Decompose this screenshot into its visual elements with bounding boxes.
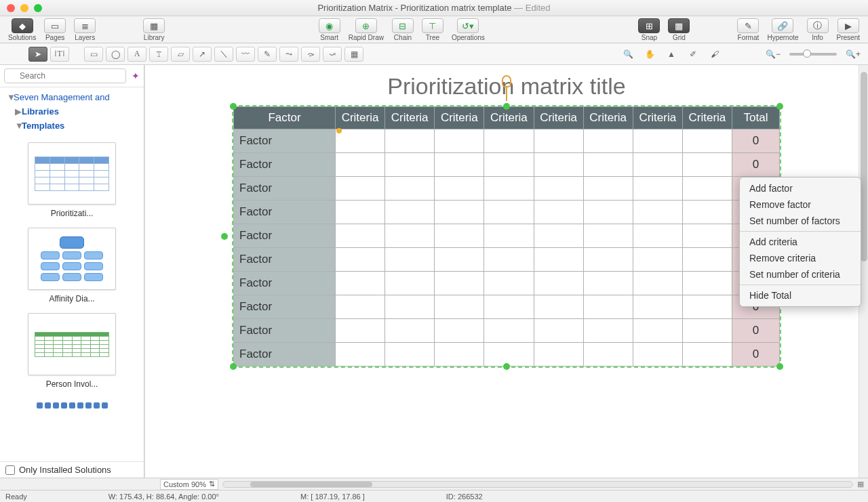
resize-handle[interactable] <box>230 363 237 370</box>
template-thumb-affinity[interactable]: Affinity Dia... <box>7 228 137 304</box>
criteria-cell[interactable] <box>583 201 633 224</box>
criteria-cell[interactable] <box>435 129 484 153</box>
factor-cell[interactable]: Factor <box>234 343 336 367</box>
total-cell[interactable]: 0 <box>732 153 780 177</box>
factor-cell[interactable]: Factor <box>234 153 336 177</box>
criteria-cell[interactable] <box>385 272 435 295</box>
criteria-cell[interactable] <box>484 319 534 343</box>
criteria-cell[interactable] <box>385 295 435 319</box>
header-criteria[interactable]: Criteria <box>435 107 484 129</box>
criteria-cell[interactable] <box>682 224 732 248</box>
criteria-cell[interactable] <box>435 248 484 272</box>
header-criteria[interactable]: Criteria <box>534 107 583 129</box>
menu-item[interactable]: Remove criteria <box>740 250 861 266</box>
table-row[interactable]: Factor0 <box>234 295 780 319</box>
text-select-tool[interactable]: ⁞T⁞ <box>50 47 69 62</box>
tree-button[interactable]: ⊤Tree <box>419 18 446 42</box>
criteria-cell[interactable] <box>484 201 534 224</box>
factor-cell[interactable]: Factor <box>234 224 336 248</box>
magnify-tool[interactable]: 🔍 <box>618 47 637 62</box>
header-factor[interactable]: Factor <box>234 107 336 129</box>
criteria-cell[interactable] <box>336 295 385 319</box>
ellipse-tool[interactable]: ◯ <box>106 47 125 62</box>
chain-button[interactable]: ⊟Chain <box>389 18 416 42</box>
criteria-cell[interactable] <box>633 201 682 224</box>
grid-button[interactable]: ▦Grid <box>665 18 692 42</box>
menu-item[interactable]: Add factor <box>740 180 861 196</box>
layers-button[interactable]: ≣Layers <box>71 18 98 42</box>
menu-item[interactable]: Remove factor <box>740 196 861 213</box>
criteria-cell[interactable] <box>682 343 732 367</box>
template-thumb-extra[interactable] <box>7 398 137 412</box>
menu-item[interactable]: Set number of criteria <box>740 266 861 283</box>
criteria-cell[interactable] <box>435 272 484 295</box>
library-button[interactable]: ▦Library <box>140 18 167 42</box>
table-row[interactable]: Factor0 <box>234 177 780 201</box>
criteria-cell[interactable] <box>336 153 385 177</box>
criteria-cell[interactable] <box>534 224 583 248</box>
criteria-cell[interactable] <box>583 272 633 295</box>
search-input[interactable] <box>4 68 126 83</box>
criteria-cell[interactable] <box>682 248 732 272</box>
factor-cell[interactable]: Factor <box>234 319 336 343</box>
factor-cell[interactable]: Factor <box>234 177 336 201</box>
smart-button[interactable]: ◉Smart <box>316 18 343 42</box>
wand-icon[interactable]: ✦ <box>132 70 140 81</box>
criteria-cell[interactable] <box>682 201 732 224</box>
info-button[interactable]: ⓘInfo <box>804 18 831 42</box>
criteria-cell[interactable] <box>583 129 633 153</box>
criteria-cell[interactable] <box>534 343 583 367</box>
curve-tool[interactable]: 〰 <box>236 47 255 62</box>
criteria-cell[interactable] <box>682 129 732 153</box>
resize-handle[interactable] <box>503 103 510 110</box>
matrix-table[interactable]: FactorCriteriaCriteriaCriteriaCriteriaCr… <box>233 106 780 367</box>
brush-tool[interactable]: 🖌 <box>705 47 724 62</box>
menu-item[interactable]: Hide Total <box>740 287 861 304</box>
rotate-handle-icon[interactable] <box>502 75 511 87</box>
format-button[interactable]: ✎Format <box>734 18 762 42</box>
criteria-cell[interactable] <box>336 224 385 248</box>
criteria-cell[interactable] <box>583 343 633 367</box>
criteria-cell[interactable] <box>484 248 534 272</box>
criteria-cell[interactable] <box>336 319 385 343</box>
table-row[interactable]: Factor0 <box>234 201 780 224</box>
criteria-cell[interactable] <box>534 153 583 177</box>
criteria-cell[interactable] <box>682 272 732 295</box>
arrow-tool[interactable]: ↗ <box>193 47 212 62</box>
criteria-cell[interactable] <box>583 224 633 248</box>
criteria-cell[interactable] <box>534 177 583 201</box>
rapid-draw-button[interactable]: ⊕Rapid Draw <box>346 18 387 42</box>
tree-top[interactable]: ▼Seven Management and <box>5 90 138 104</box>
criteria-cell[interactable] <box>435 177 484 201</box>
solutions-button[interactable]: ◆Solutions <box>5 18 39 42</box>
criteria-cell[interactable] <box>435 153 484 177</box>
criteria-cell[interactable] <box>336 129 385 153</box>
anchor-point-icon[interactable] <box>336 128 342 133</box>
matrix-selection[interactable]: FactorCriteriaCriteriaCriteriaCriteriaCr… <box>232 105 781 368</box>
header-criteria[interactable]: Criteria <box>385 107 435 129</box>
canvas-area[interactable]: Prioritization matrix title FactorCriter… <box>144 65 868 478</box>
factor-cell[interactable]: Factor <box>234 201 336 224</box>
criteria-cell[interactable] <box>385 129 435 153</box>
criteria-cell[interactable] <box>583 295 633 319</box>
criteria-cell[interactable] <box>484 177 534 201</box>
table-row[interactable]: Factor0 <box>234 224 780 248</box>
criteria-cell[interactable] <box>633 224 682 248</box>
zoom-out-icon[interactable]: 🔍− <box>764 47 783 62</box>
criteria-cell[interactable] <box>484 224 534 248</box>
connector3-tool[interactable]: ⤻ <box>323 47 342 62</box>
factor-cell[interactable]: Factor <box>234 272 336 295</box>
text-tool[interactable]: A <box>127 47 146 62</box>
header-criteria[interactable]: Criteria <box>336 107 385 129</box>
table-tool[interactable]: ▦ <box>344 47 363 62</box>
tree-libraries[interactable]: ▶Libraries <box>5 104 138 119</box>
hypernote-button[interactable]: 🔗Hypernote <box>764 18 801 42</box>
criteria-cell[interactable] <box>336 177 385 201</box>
pages-button[interactable]: ▭Pages <box>41 18 68 42</box>
criteria-cell[interactable] <box>484 153 534 177</box>
criteria-cell[interactable] <box>336 272 385 295</box>
header-criteria[interactable]: Criteria <box>633 107 682 129</box>
criteria-cell[interactable] <box>682 153 732 177</box>
connector-tool[interactable]: ⤳ <box>279 47 298 62</box>
callout-tool[interactable]: ▱ <box>171 47 190 62</box>
